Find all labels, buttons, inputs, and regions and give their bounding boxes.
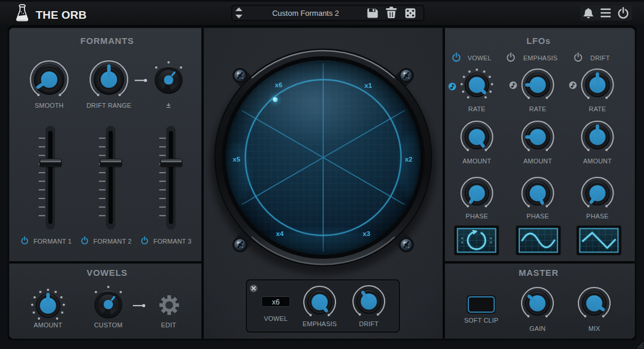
svg-text:EMPHASIS: EMPHASIS	[303, 320, 337, 327]
svg-text:x6: x6	[272, 298, 279, 306]
svg-text:LFOs: LFOs	[526, 36, 551, 46]
svg-text:SOFT CLIP: SOFT CLIP	[464, 317, 498, 324]
svg-text:AMOUNT: AMOUNT	[523, 158, 552, 165]
svg-text:RATE: RATE	[589, 105, 606, 112]
svg-text:FORMANT 2: FORMANT 2	[94, 238, 132, 245]
svg-text:x4: x4	[276, 230, 284, 237]
svg-text:±: ±	[166, 101, 170, 110]
svg-text:PHASE: PHASE	[465, 213, 488, 220]
svg-text:x5: x5	[233, 156, 241, 163]
svg-text:x6: x6	[275, 81, 283, 88]
svg-text:PHASE: PHASE	[526, 213, 549, 220]
svg-text:PHASE: PHASE	[586, 213, 608, 220]
svg-text:FORMANT 3: FORMANT 3	[153, 238, 191, 245]
svg-text:THE ORB: THE ORB	[36, 9, 87, 21]
svg-text:AMOUNT: AMOUNT	[34, 321, 63, 329]
svg-text:RATE: RATE	[529, 105, 546, 112]
svg-text:VOWEL: VOWEL	[468, 54, 492, 61]
svg-text:x3: x3	[363, 230, 371, 237]
svg-text:Custom Formants 2: Custom Formants 2	[272, 9, 339, 18]
svg-text:EMPHASIS: EMPHASIS	[523, 54, 557, 61]
svg-text:SMOOTH: SMOOTH	[35, 102, 63, 109]
svg-text:MASTER: MASTER	[519, 268, 559, 278]
svg-text:VOWEL: VOWEL	[264, 315, 288, 322]
svg-text:DRIFT: DRIFT	[590, 54, 609, 61]
svg-text:AMOUNT: AMOUNT	[583, 158, 612, 165]
svg-text:DRIFT: DRIFT	[359, 320, 378, 327]
svg-text:CUSTOM: CUSTOM	[94, 321, 123, 329]
svg-text:DRIFT RANGE: DRIFT RANGE	[87, 102, 132, 109]
svg-text:FORMANT 1: FORMANT 1	[33, 238, 71, 245]
svg-text:MIX: MIX	[588, 325, 601, 332]
svg-text:GAIN: GAIN	[529, 325, 546, 332]
svg-text:x2: x2	[405, 156, 413, 163]
svg-text:RATE: RATE	[468, 105, 485, 112]
svg-text:FORMANTS: FORMANTS	[80, 36, 133, 46]
svg-text:AMOUNT: AMOUNT	[463, 158, 491, 165]
svg-text:VOWELS: VOWELS	[87, 268, 128, 278]
svg-text:EDIT: EDIT	[161, 321, 176, 329]
svg-text:x1: x1	[365, 82, 372, 89]
